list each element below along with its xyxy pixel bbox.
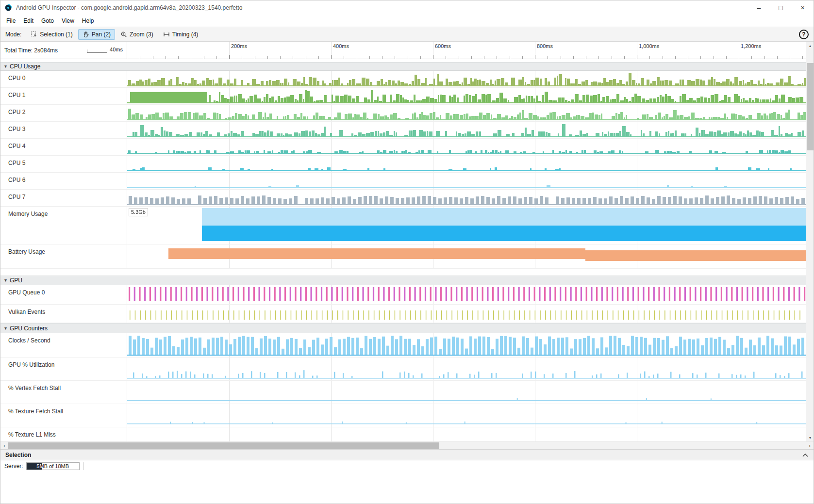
track-row-battery-usage: Battery Usage [0, 244, 806, 269]
maximize-button[interactable]: □ [770, 0, 792, 15]
track-label-cpu-3: CPU 3 [0, 122, 127, 138]
zoom-mode-label: Zoom (3) [130, 31, 153, 38]
track-row-clocks-second: Clocks / Second [0, 333, 806, 358]
track-chart-vulkan-events[interactable] [127, 305, 806, 323]
track-row-texture-l1-miss: % Texture L1 Miss [0, 427, 806, 441]
hscroll-thumb[interactable] [8, 442, 439, 449]
track-spacer [0, 269, 806, 276]
ruler-ticks[interactable]: 200ms400ms600ms800ms1,000ms1,200ms [127, 42, 806, 59]
total-time-label: Total Time: 2s084ms [4, 47, 58, 54]
track-label-cpu-4: CPU 4 [0, 139, 127, 155]
chevron-up-icon[interactable] [802, 453, 809, 457]
track-chart-cpu-4[interactable] [127, 139, 806, 155]
selection-mode-label: Selection (1) [40, 31, 72, 38]
menu-file[interactable]: File [2, 16, 19, 26]
help-button[interactable]: ? [799, 30, 809, 39]
minimize-button[interactable]: – [748, 0, 770, 15]
track-label-cpu-1: CPU 1 [0, 88, 127, 104]
vscroll-thumb[interactable] [807, 63, 814, 150]
track-chart-vertex-fetch-stall[interactable] [127, 381, 806, 404]
track-row-cpu-0: CPU 0 [0, 71, 806, 88]
timing-mode-button[interactable]: Timing (4) [159, 29, 203, 40]
track-chart-cpu-6[interactable] [127, 173, 806, 189]
group-header-gpu-counters[interactable]: ▾GPU Counters [0, 323, 806, 333]
status-bar: Server: 5MB of 18MB 5MB of 18MB [0, 460, 814, 471]
menu-edit[interactable]: Edit [19, 16, 37, 26]
track-row-gpu-utilization: GPU % Utilization [0, 358, 806, 381]
track-chart-texture-fetch-stall[interactable] [127, 404, 806, 427]
track-label-clocks-second: Clocks / Second [0, 333, 127, 357]
hscroll-right-button[interactable]: › [806, 442, 814, 449]
track-chart-gpu-queue-0[interactable] [127, 285, 806, 304]
track-chart-battery-usage[interactable] [127, 244, 806, 268]
horizontal-scrollbar[interactable]: ‹ › [0, 441, 814, 449]
track-row-vulkan-events: Vulkan Events [0, 305, 806, 323]
group-header-cpu-usage[interactable]: ▾CPU Usage [0, 62, 806, 71]
memory-value-label: 5.3Gb [129, 208, 148, 216]
track-label-texture-fetch-stall: % Texture Fetch Stall [0, 404, 127, 427]
title-bar: Android GPU Inspector - com.google.andro… [0, 0, 814, 15]
track-chart-memory-usage[interactable]: 5.3Gb [127, 207, 806, 244]
track-row-memory-usage: Memory Usage5.3Gb [0, 207, 806, 244]
track-label-memory-usage: Memory Usage [0, 207, 127, 244]
selection-mode-button[interactable]: Selection (1) [26, 29, 77, 40]
track-label-cpu-2: CPU 2 [0, 105, 127, 121]
main-area: Total Time: 2s084ms 40ms 200ms400ms600ms… [0, 42, 814, 441]
group-label: CPU Usage [10, 63, 40, 70]
group-header-gpu[interactable]: ▾GPU [0, 276, 806, 285]
track-label-texture-l1-miss: % Texture L1 Miss [0, 427, 127, 441]
track-row-cpu-2: CPU 2 [0, 105, 806, 122]
server-progress-fill: 5MB of 18MB [27, 463, 42, 470]
vertical-scrollbar[interactable]: ▴ ▾ [806, 42, 814, 441]
track-label-cpu-5: CPU 5 [0, 156, 127, 172]
vscroll-up-button[interactable]: ▴ [806, 42, 814, 49]
track-chart-cpu-0[interactable] [127, 71, 806, 87]
track-chart-cpu-7[interactable] [127, 190, 806, 206]
server-label: Server: [4, 463, 23, 470]
track-label-cpu-0: CPU 0 [0, 71, 127, 87]
collapse-arrow-icon: ▾ [4, 278, 7, 283]
pan-mode-button[interactable]: Pan (2) [78, 29, 115, 40]
zoom-icon [120, 31, 127, 38]
pan-mode-label: Pan (2) [92, 31, 111, 38]
zoom-mode-button[interactable]: Zoom (3) [116, 29, 158, 40]
scale-indicator: 40ms [87, 47, 123, 53]
bottom-filler [0, 471, 814, 504]
track-chart-cpu-1[interactable] [127, 88, 806, 104]
track-chart-cpu-2[interactable] [127, 105, 806, 121]
track-chart-cpu-3[interactable] [127, 122, 806, 138]
track-chart-texture-l1-miss[interactable] [127, 427, 806, 441]
track-label-vertex-fetch-stall: % Vertex Fetch Stall [0, 381, 127, 404]
track-chart-gpu-utilization[interactable] [127, 358, 806, 380]
timeline-content: Total Time: 2s084ms 40ms 200ms400ms600ms… [0, 42, 806, 441]
menu-help[interactable]: Help [78, 16, 98, 26]
hscroll-left-button[interactable]: ‹ [0, 442, 8, 449]
collapse-arrow-icon: ▾ [4, 326, 7, 331]
menu-goto[interactable]: Goto [37, 16, 58, 26]
track-row-cpu-1: CPU 1 [0, 88, 806, 105]
track-chart-cpu-5[interactable] [127, 156, 806, 172]
pan-icon [83, 31, 89, 38]
time-ruler: Total Time: 2s084ms 40ms 200ms400ms600ms… [0, 42, 806, 59]
timeline-tracks: ▾CPU UsageCPU 0CPU 1CPU 2CPU 3CPU 4CPU 5… [0, 59, 806, 441]
close-button[interactable]: × [792, 0, 814, 15]
menu-view[interactable]: View [58, 16, 78, 26]
track-label-cpu-6: CPU 6 [0, 173, 127, 189]
app-icon [4, 4, 12, 12]
selection-panel-title: Selection [5, 452, 31, 458]
timing-mode-label: Timing (4) [172, 31, 199, 38]
app-window: Android GPU Inspector - com.google.andro… [0, 0, 814, 504]
track-label-cpu-7: CPU 7 [0, 190, 127, 206]
group-label: GPU Counters [10, 325, 48, 332]
track-chart-clocks-second[interactable] [127, 333, 806, 357]
menu-bar: File Edit Goto View Help [0, 15, 814, 27]
status-separator [83, 462, 84, 470]
selection-panel-header[interactable]: Selection [0, 449, 814, 460]
scale-bracket-icon [87, 49, 107, 53]
track-label-vulkan-events: Vulkan Events [0, 305, 127, 323]
track-row-gpu-queue-0: GPU Queue 0 [0, 285, 806, 305]
vscroll-down-button[interactable]: ▾ [806, 434, 814, 441]
track-row-cpu-3: CPU 3 [0, 122, 806, 139]
selection-icon [31, 31, 37, 38]
track-row-cpu-7: CPU 7 [0, 190, 806, 207]
